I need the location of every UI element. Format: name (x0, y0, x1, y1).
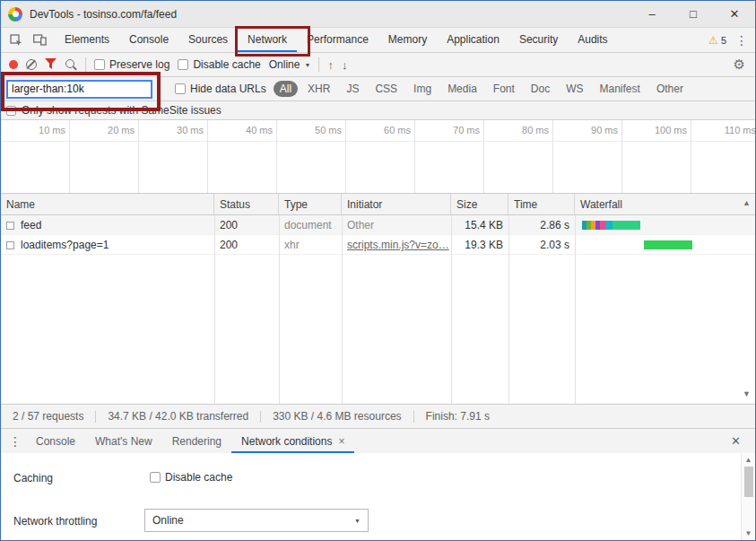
search-icon[interactable] (65, 58, 77, 71)
tab-security[interactable]: Security (509, 28, 568, 52)
request-initiator-link[interactable]: scripts.min.js?v=zo… (347, 239, 449, 251)
tab-console[interactable]: Console (119, 28, 178, 52)
samesite-checkbox[interactable] (6, 106, 16, 116)
network-throttling-select[interactable]: Online ▼ (144, 509, 369, 532)
timeline-tick-label: 90 ms (591, 125, 618, 135)
drawer-close-icon[interactable]: ✕ (720, 434, 752, 448)
drawer-disable-cache-checkbox[interactable] (150, 472, 161, 483)
import-har-icon[interactable]: ↑ (327, 59, 334, 71)
waterfall-cell (575, 215, 755, 235)
disable-cache-checkbox[interactable] (178, 59, 188, 70)
timeline-tick-label: 10 ms (39, 125, 65, 135)
timeline-gridline: 40 ms (208, 120, 277, 193)
filter-pill-other[interactable]: Other (650, 81, 690, 97)
throttling-dropdown[interactable]: Online ▼ (269, 58, 311, 71)
drawer-menu-kebab-icon[interactable]: ⋮ (4, 434, 26, 449)
request-size: 15.4 KB (451, 219, 508, 231)
drawer-tab-label: Console (36, 435, 75, 448)
filter-pill-font[interactable]: Font (487, 81, 521, 97)
filter-pill-media[interactable]: Media (441, 81, 483, 97)
column-header-name[interactable]: Name (1, 194, 214, 214)
preserve-log-toggle[interactable]: Preserve log (94, 58, 169, 71)
scroll-down-icon[interactable]: ▼ (743, 390, 751, 398)
drawer-tab-network-conditions[interactable]: Network conditions× (231, 429, 354, 453)
column-header-initiator[interactable]: Initiator (342, 194, 451, 214)
column-header-size[interactable]: Size (451, 194, 508, 214)
error-warning-badge[interactable]: ⚠ 5 (703, 34, 732, 47)
timeline-gridline: 20 ms (70, 120, 139, 193)
hide-data-urls-checkbox[interactable] (175, 83, 186, 94)
toolbar-divider (318, 57, 319, 72)
filter-pill-doc[interactable]: Doc (525, 81, 556, 97)
tab-network[interactable]: Network (238, 28, 297, 52)
table-row[interactable]: loaditems?page=1 200 xhr scripts.min.js?… (1, 235, 755, 255)
tab-sources[interactable]: Sources (178, 28, 238, 52)
table-row[interactable]: feed 200 document Other 15.4 KB 2.86 s (1, 215, 755, 235)
filter-pill-xhr[interactable]: XHR (301, 81, 336, 97)
titlebar[interactable]: DevTools - tosinso.com/fa/feed – □ ✕ (1, 1, 755, 28)
close-button-icon[interactable]: ✕ (714, 1, 755, 27)
tab-memory[interactable]: Memory (378, 28, 437, 52)
devtools-window: DevTools - tosinso.com/fa/feed – □ ✕ Ele… (0, 0, 756, 541)
devtools-menu-kebab-icon[interactable]: ⋮ (732, 33, 752, 48)
hide-data-urls-toggle[interactable]: Hide data URLs (175, 83, 266, 95)
scroll-up-icon[interactable]: ▲ (743, 199, 751, 207)
tab-audits[interactable]: Audits (568, 28, 617, 52)
column-header-time[interactable]: Time (508, 194, 575, 214)
column-divider (575, 215, 576, 404)
tab-application[interactable]: Application (437, 28, 509, 52)
filter-pill-manifest[interactable]: Manifest (594, 81, 647, 97)
request-initiator: Other (342, 219, 451, 231)
drawer-tab-label: Network conditions (241, 435, 332, 448)
timeline-tick-label: 80 ms (522, 125, 549, 135)
network-summary-bar: 2 / 57 requests34.7 KB / 42.0 KB transfe… (1, 404, 755, 428)
tab-elements[interactable]: Elements (55, 28, 119, 52)
close-tab-icon[interactable]: × (338, 435, 344, 448)
record-icon[interactable] (9, 60, 18, 69)
disable-cache-label: Disable cache (193, 58, 260, 71)
disable-cache-toggle[interactable]: Disable cache (178, 58, 260, 71)
timeline-gridline: 80 ms (484, 120, 553, 193)
scroll-down-icon[interactable]: ▼ (742, 529, 755, 537)
drawer-tab-rendering[interactable]: Rendering (162, 429, 231, 453)
timeline-tick-label: 50 ms (315, 125, 342, 135)
filter-pill-all[interactable]: All (274, 81, 298, 97)
export-har-icon[interactable]: ↓ (342, 59, 348, 71)
drawer-tab-what-s-new[interactable]: What's New (85, 429, 162, 453)
request-type: document (279, 219, 342, 231)
request-name: loaditems?page=1 (21, 239, 109, 251)
filter-pill-img[interactable]: Img (407, 81, 438, 97)
minimize-button-icon[interactable]: – (631, 1, 673, 27)
preserve-log-label: Preserve log (109, 58, 169, 71)
network-overview-timeline[interactable]: 10 ms20 ms30 ms40 ms50 ms60 ms70 ms80 ms… (1, 120, 755, 194)
maximize-button-icon[interactable]: □ (673, 1, 714, 27)
request-type: xhr (279, 239, 342, 251)
tab-performance[interactable]: Performance (297, 28, 378, 52)
filter-funnel-icon[interactable] (45, 58, 56, 72)
inspect-element-icon[interactable] (4, 29, 28, 52)
filter-pill-css[interactable]: CSS (369, 81, 404, 97)
table-header-row: Name Status Type Initiator Size Time Wat… (1, 194, 755, 215)
column-header-waterfall[interactable]: Waterfall (575, 194, 755, 214)
throttling-value: Online (269, 58, 300, 71)
request-doc-icon (6, 241, 14, 249)
scroll-up-icon[interactable]: ▲ (742, 456, 755, 464)
warning-count: 5 (721, 35, 726, 46)
status-item: 2 / 57 requests (1, 411, 96, 423)
scrollbar-thumb[interactable] (744, 467, 753, 497)
network-filter-input[interactable] (6, 80, 152, 99)
timeline-gridline: 10 ms (1, 120, 70, 193)
clear-icon[interactable] (26, 59, 37, 70)
column-header-type[interactable]: Type (279, 194, 342, 214)
device-toolbar-icon[interactable] (28, 29, 51, 52)
drawer-tab-console[interactable]: Console (26, 429, 85, 453)
filter-pill-ws[interactable]: WS (560, 81, 589, 97)
preserve-log-checkbox[interactable] (94, 59, 105, 70)
drawer-disable-cache-toggle[interactable]: Disable cache (150, 471, 232, 484)
column-divider (508, 215, 509, 404)
filter-pill-js[interactable]: JS (340, 81, 365, 97)
timeline-tick-label: 60 ms (384, 125, 411, 135)
column-header-status[interactable]: Status (214, 194, 279, 214)
drawer-scrollbar[interactable]: ▲ ▼ (741, 453, 755, 540)
settings-gear-icon[interactable]: ⚙ (734, 57, 747, 73)
